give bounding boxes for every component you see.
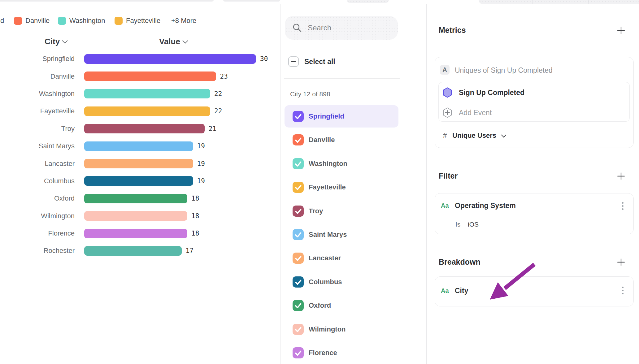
legend-item[interactable]: Washington (58, 16, 105, 25)
check-icon (293, 182, 304, 193)
chart-row: Florence18 (0, 225, 280, 242)
chart-bar[interactable] (84, 141, 193, 151)
chart-row: Columbus19 (0, 172, 280, 190)
city-list-item[interactable]: Saint Marys (285, 223, 398, 246)
legend-item[interactable]: Fayetteville (115, 16, 160, 25)
chart-row: Troy21 (0, 120, 280, 137)
city-list-item[interactable]: Fayetteville (285, 176, 398, 198)
inspector-panel: Metrics A Uniques of Sign Up Completed S… (427, 0, 639, 364)
city-list-item[interactable]: Oxford (285, 294, 398, 317)
chart-row: Oxford18 (0, 190, 280, 207)
city-list-item-label: Washington (309, 160, 347, 168)
legend-swatch (115, 17, 123, 25)
city-checkbox-checked[interactable] (293, 347, 304, 358)
filter-section-title: Filter (439, 171, 458, 180)
city-checkbox-checked[interactable] (293, 158, 304, 169)
city-list-item[interactable]: Florence (285, 342, 398, 364)
chart-row-label: Saint Marys (0, 142, 75, 150)
chart-bar[interactable] (84, 229, 187, 238)
chart-bar-value: 21 (209, 125, 216, 132)
city-checkbox-checked[interactable] (293, 182, 304, 193)
kebab-menu-icon[interactable] (622, 287, 624, 294)
city-checkbox-checked[interactable] (293, 134, 304, 145)
chart-bar[interactable] (84, 176, 193, 186)
measure-row[interactable]: # Unique Users (443, 132, 506, 140)
add-metric-button[interactable] (617, 26, 625, 35)
metric-card[interactable]: A Uniques of Sign Up Completed Sign Up C… (435, 57, 634, 148)
chart-bar-value: 19 (197, 160, 205, 167)
kebab-menu-icon[interactable] (622, 202, 624, 210)
chart-bar-value: 18 (191, 230, 199, 237)
chart-bar-value: 22 (214, 90, 222, 98)
city-list-item-label: Fayetteville (309, 183, 346, 191)
chart-bar[interactable] (84, 246, 182, 256)
event-card: Sign Up Completed Add Event (438, 82, 630, 122)
chart-bar-value: 17 (186, 247, 193, 254)
chart-row: Rochester17 (0, 242, 280, 259)
chart-bar[interactable] (84, 89, 210, 98)
city-list-item[interactable]: Springfield (285, 105, 398, 128)
chart-bar[interactable] (84, 194, 187, 203)
add-event-row[interactable]: Add Event (443, 107, 492, 118)
city-checkbox-list: SpringfieldDanvilleWashingtonFayettevill… (280, 0, 426, 364)
city-list-item[interactable]: Washington (285, 153, 398, 175)
city-list-item[interactable]: Danville (285, 129, 398, 151)
city-checkbox-checked[interactable] (293, 253, 304, 264)
legend-more[interactable]: +8 More (171, 16, 196, 25)
filter-card[interactable]: Aa Operating System Is iOS (435, 193, 634, 234)
chart-bar[interactable] (84, 72, 216, 81)
chart-bar[interactable] (84, 54, 256, 64)
chart-bar[interactable] (84, 211, 187, 221)
column-header-city-label: City (45, 37, 60, 46)
event-hexagon-icon (443, 87, 452, 98)
number-type-icon: # (443, 132, 447, 140)
check-icon (293, 276, 304, 288)
city-list-item[interactable]: Wilmington (285, 318, 398, 340)
string-type-icon: Aa (441, 287, 449, 294)
city-checkbox-checked[interactable] (293, 300, 304, 311)
event-row[interactable]: Sign Up Completed (443, 87, 524, 98)
chart-bar[interactable] (84, 159, 193, 168)
city-checkbox-checked[interactable] (293, 111, 304, 122)
city-list-item[interactable]: Columbus (285, 271, 398, 293)
chart-row-label: Danville (0, 72, 75, 80)
city-checkbox-checked[interactable] (293, 206, 304, 217)
chart-bar-value: 18 (191, 195, 199, 202)
check-icon (293, 229, 304, 240)
chart-row-label: Florence (0, 229, 75, 237)
legend-item[interactable]: Danville (14, 16, 50, 25)
metric-title: Uniques of Sign Up Completed (455, 66, 553, 75)
add-filter-button[interactable] (617, 172, 625, 180)
chart-bar[interactable] (84, 106, 210, 116)
add-event-hexagon-plus-icon (443, 107, 452, 118)
check-icon (293, 111, 304, 122)
breakdown-property-name: City (455, 287, 468, 295)
string-type-icon: Aa (441, 202, 449, 209)
bar-chart: Springfield30Danville23Washington22Fayet… (0, 50, 280, 260)
city-list-item[interactable]: Lancaster (285, 247, 398, 269)
chart-row: Fayetteville22 (0, 102, 280, 120)
check-icon (293, 158, 304, 169)
chart-bar-value: 19 (197, 142, 205, 150)
chart-row-label: Columbus (0, 177, 75, 185)
city-checkbox-checked[interactable] (293, 276, 304, 288)
add-event-label: Add Event (459, 109, 492, 117)
city-list-item[interactable]: Troy (285, 200, 398, 222)
city-list-item-label: Florence (309, 349, 337, 357)
chart-bar[interactable] (84, 124, 205, 133)
metrics-section-title: Metrics (439, 26, 466, 35)
chart-bar-value: 19 (197, 177, 205, 185)
check-icon (293, 324, 304, 335)
column-header-city[interactable]: City (45, 37, 67, 46)
chart-row: Saint Marys19 (0, 137, 280, 155)
chevron-down-icon (501, 132, 506, 138)
chart-row: Washington22 (0, 85, 280, 102)
city-checkbox-checked[interactable] (293, 229, 304, 240)
filter-operator[interactable]: Is (455, 221, 460, 228)
filter-value[interactable]: iOS (468, 221, 479, 228)
city-checkbox-checked[interactable] (293, 324, 304, 335)
column-header-value[interactable]: Value (159, 37, 187, 46)
city-list-item-label: Lancaster (309, 254, 341, 262)
chart-row-label: Lancaster (0, 160, 75, 168)
add-breakdown-button[interactable] (617, 258, 625, 266)
